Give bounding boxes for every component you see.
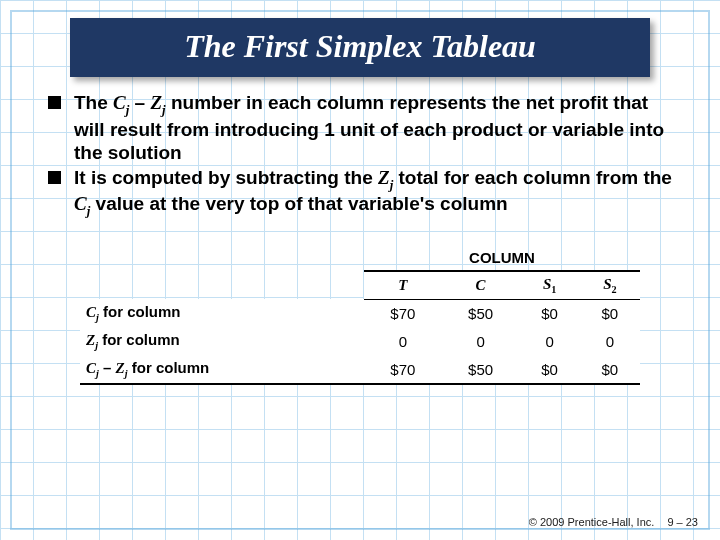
text: It is computed by subtracting the	[74, 167, 378, 188]
var: C	[86, 304, 96, 320]
title-box: The First Simplex Tableau	[70, 18, 650, 77]
text: total for each column from the	[393, 167, 672, 188]
page-number: 9 – 23	[667, 516, 698, 528]
blank-cell	[80, 245, 364, 271]
text: –	[99, 359, 116, 376]
table-row: Cj – Zj for column $70 $50 $0 $0	[80, 355, 640, 384]
cell: $50	[442, 299, 520, 327]
var-cj: C	[74, 193, 87, 214]
cell: $0	[519, 299, 579, 327]
text: The	[74, 92, 113, 113]
text: value at the very top of that variable's…	[90, 193, 507, 214]
cell: 0	[580, 327, 640, 355]
var: C	[86, 360, 96, 376]
sub: 2	[611, 284, 616, 295]
cell: 0	[442, 327, 520, 355]
blank-cell	[80, 271, 364, 300]
text: S	[543, 276, 551, 292]
text: for column	[128, 359, 210, 376]
cell: $70	[364, 355, 442, 384]
table-row: Zj for column 0 0 0 0	[80, 327, 640, 355]
col-header-s1: S1	[519, 271, 579, 300]
cell: $0	[519, 355, 579, 384]
bullet-2: It is computed by subtracting the Zj tot…	[48, 166, 682, 219]
var-cj: C	[113, 92, 126, 113]
var-zj: Z	[378, 167, 390, 188]
cell: 0	[519, 327, 579, 355]
cell: 0	[364, 327, 442, 355]
row-label-zj: Zj for column	[80, 327, 364, 355]
copyright-text: © 2009 Prentice-Hall, Inc.	[529, 516, 655, 528]
cell: $70	[364, 299, 442, 327]
var: Z	[116, 360, 125, 376]
text: –	[129, 92, 150, 113]
var-zj: Z	[150, 92, 162, 113]
table-row: Cj for column $70 $50 $0 $0	[80, 299, 640, 327]
bullet-1: The Cj – Zj number in each column repres…	[48, 91, 682, 164]
text: for column	[98, 331, 180, 348]
col-header-t: T	[364, 271, 442, 300]
cell: $50	[442, 355, 520, 384]
sub: 1	[551, 284, 556, 295]
bullet-list: The Cj – Zj number in each column repres…	[48, 91, 682, 219]
slide-content: The First Simplex Tableau The Cj – Zj nu…	[0, 0, 720, 540]
cell: $0	[580, 299, 640, 327]
slide-footer: © 2009 Prentice-Hall, Inc. 9 – 23	[529, 516, 698, 528]
simplex-table: COLUMN T C S1 S2 Cj for column $70 $50 $…	[80, 245, 640, 386]
var: Z	[86, 332, 95, 348]
col-header-s2: S2	[580, 271, 640, 300]
column-overhead: COLUMN	[364, 245, 640, 271]
row-label-cj: Cj for column	[80, 299, 364, 327]
slide-title: The First Simplex Tableau	[86, 28, 634, 65]
col-header-c: C	[442, 271, 520, 300]
text: for column	[99, 303, 181, 320]
cell: $0	[580, 355, 640, 384]
row-label-cj-zj: Cj – Zj for column	[80, 355, 364, 384]
